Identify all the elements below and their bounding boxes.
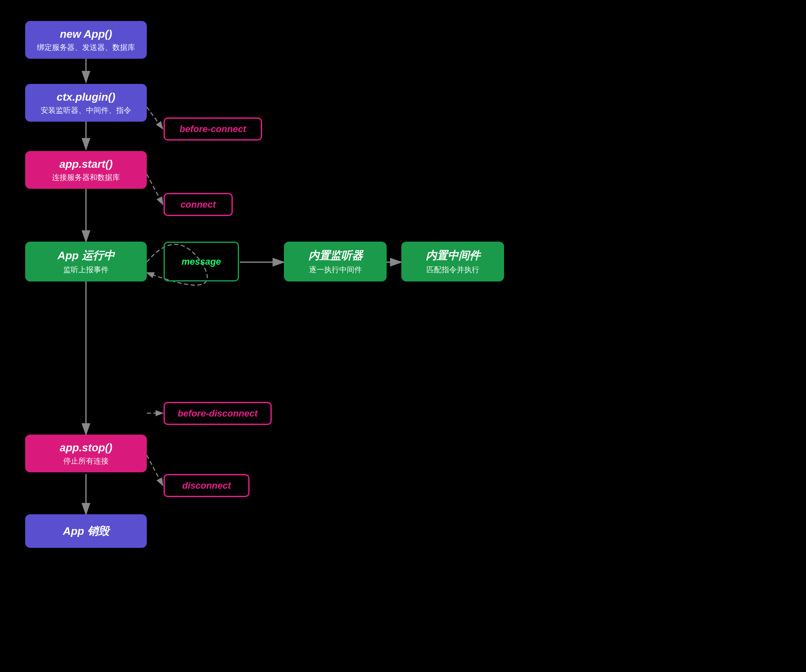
message-label: message <box>182 256 221 267</box>
new-app-title: new App() <box>60 28 112 41</box>
before-disconnect-event: before-disconnect <box>164 402 272 425</box>
builtin-listener-subtitle: 逐一执行中间件 <box>309 265 362 275</box>
app-stop-title: app.stop() <box>60 441 112 454</box>
builtin-middleware-title: 内置中间件 <box>426 248 480 263</box>
before-connect-label: before-connect <box>179 124 246 135</box>
connect-event: connect <box>164 193 233 216</box>
app-stop-subtitle: 停止所有连接 <box>63 456 109 466</box>
builtin-listener-title: 内置监听器 <box>308 248 363 263</box>
svg-line-6 <box>147 174 163 204</box>
svg-line-11 <box>147 455 163 485</box>
before-disconnect-label: before-disconnect <box>178 408 258 419</box>
app-start-subtitle: 连接服务器和数据库 <box>52 172 120 182</box>
diagram-container: new App() 绑定服务器、发送器、数据库 ctx.plugin() 安装监… <box>0 0 806 672</box>
new-app-subtitle: 绑定服务器、发送器、数据库 <box>37 42 135 52</box>
ctx-plugin-title: ctx.plugin() <box>57 91 115 104</box>
disconnect-event: disconnect <box>164 474 250 497</box>
new-app-box: new App() 绑定服务器、发送器、数据库 <box>25 21 147 59</box>
disconnect-label: disconnect <box>182 480 231 491</box>
app-start-box: app.start() 连接服务器和数据库 <box>25 151 147 189</box>
builtin-listener-box: 内置监听器 逐一执行中间件 <box>284 242 387 281</box>
app-running-title: App 运行中 <box>57 248 114 263</box>
ctx-plugin-subtitle: 安装监听器、中间件、指令 <box>41 105 131 115</box>
app-destroy-box: App 销毁 <box>25 514 147 548</box>
app-running-box: App 运行中 监听上报事件 <box>25 242 147 281</box>
app-running-subtitle: 监听上报事件 <box>63 265 109 275</box>
app-destroy-title: App 销毁 <box>63 524 109 539</box>
svg-line-4 <box>147 107 163 129</box>
builtin-middleware-subtitle: 匹配指令并执行 <box>426 265 479 275</box>
app-stop-box: app.stop() 停止所有连接 <box>25 435 147 472</box>
before-connect-event: before-connect <box>164 117 262 141</box>
ctx-plugin-box: ctx.plugin() 安装监听器、中间件、指令 <box>25 84 147 122</box>
message-event: message <box>164 242 239 281</box>
app-start-title: app.start() <box>59 158 112 171</box>
connect-label: connect <box>180 199 216 210</box>
builtin-middleware-box: 内置中间件 匹配指令并执行 <box>401 242 504 281</box>
